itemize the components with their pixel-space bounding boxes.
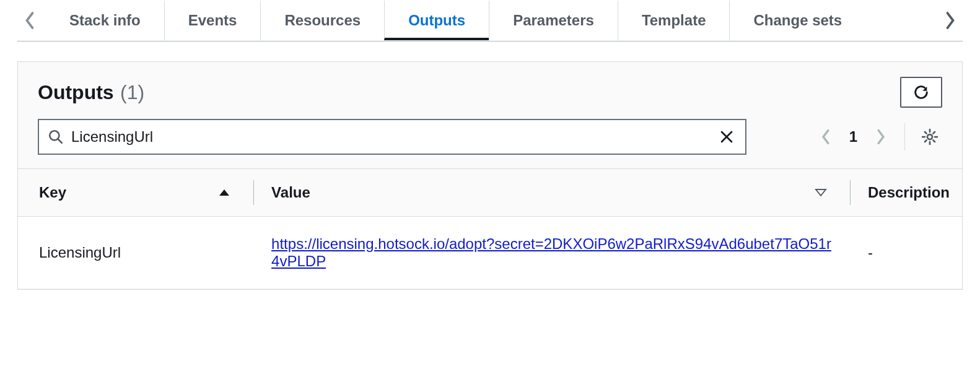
tab-change-sets[interactable]: Change sets (729, 1, 865, 40)
pagination: 1 (815, 123, 942, 150)
refresh-icon (912, 84, 930, 101)
sort-asc-icon (218, 188, 242, 198)
toolbar: 1 (18, 119, 962, 168)
tabs-bar: Stack info Events Resources Outputs Para… (17, 0, 963, 41)
column-header-key-label: Key (39, 184, 66, 201)
gear-icon (921, 128, 939, 146)
column-header-value-label: Value (271, 184, 310, 201)
tab-stack-info[interactable]: Stack info (46, 1, 164, 40)
page-prev-button[interactable] (815, 126, 837, 148)
cell-key: LicensingUrl (18, 217, 254, 289)
outputs-panel: Outputs (1) (17, 61, 963, 290)
column-header-key[interactable]: Key (18, 169, 254, 217)
panel-title: Outputs (38, 81, 114, 103)
tab-events[interactable]: Events (164, 1, 261, 40)
svg-point-4 (927, 134, 932, 139)
panel-title-wrap: Outputs (1) (38, 81, 144, 104)
search-input[interactable] (71, 128, 717, 146)
outputs-table: Key Value (18, 168, 962, 289)
tab-parameters[interactable]: Parameters (489, 1, 618, 40)
chevron-left-icon (821, 129, 831, 145)
column-header-value[interactable]: Value (254, 169, 851, 217)
chevron-right-icon (876, 129, 886, 145)
svg-line-1 (58, 139, 61, 142)
divider (904, 123, 905, 150)
cell-description: - (851, 217, 962, 289)
close-icon (719, 129, 734, 144)
tabs-row: Stack info Events Resources Outputs Para… (46, 1, 963, 40)
column-header-description-label: Description (868, 184, 950, 201)
panel-header: Outputs (1) (18, 62, 962, 119)
chevron-right-icon (944, 11, 956, 30)
search-box (38, 119, 746, 155)
tab-template[interactable]: Template (618, 1, 730, 40)
tab-scroll-left-button[interactable] (17, 0, 42, 41)
value-link[interactable]: https://licensing.hotsock.io/adopt?secre… (271, 235, 831, 269)
tab-outputs[interactable]: Outputs (384, 1, 489, 40)
panel-count: (1) (120, 81, 144, 103)
sort-none-icon (815, 188, 838, 198)
page-next-button[interactable] (870, 126, 892, 148)
tab-resources[interactable]: Resources (260, 1, 384, 40)
search-icon (48, 129, 64, 145)
tab-scroll-right-button[interactable] (938, 0, 963, 41)
page-number: 1 (843, 128, 864, 146)
chevron-left-icon (24, 11, 36, 30)
table-row: LicensingUrl https://licensing.hotsock.i… (18, 217, 962, 289)
settings-button[interactable] (917, 124, 942, 149)
clear-search-button[interactable] (717, 127, 737, 147)
column-header-description[interactable]: Description (851, 169, 962, 217)
cell-value: https://licensing.hotsock.io/adopt?secre… (254, 217, 851, 289)
refresh-button[interactable] (900, 77, 942, 108)
